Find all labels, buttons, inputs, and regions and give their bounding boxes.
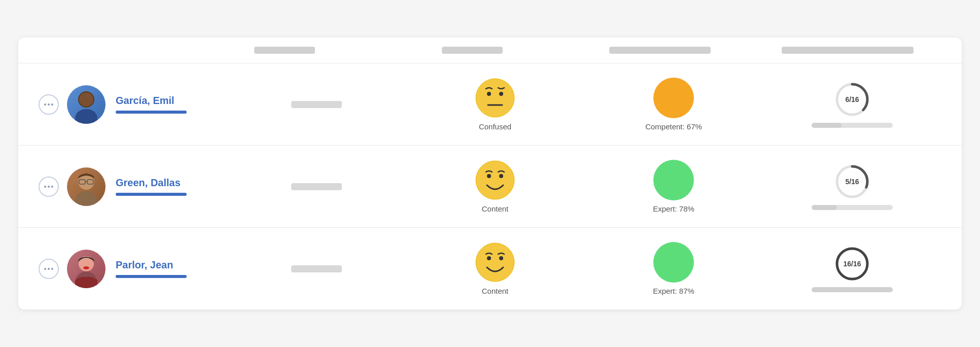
placeholder-parlor bbox=[227, 265, 406, 272]
header-bar-1 bbox=[254, 47, 315, 54]
student-info-green: Green, Dallas bbox=[116, 177, 217, 196]
competency-green: Expert: 78% bbox=[584, 160, 763, 213]
avatar-parlor bbox=[67, 250, 106, 288]
progress-ring-parlor: 16/16 bbox=[834, 246, 870, 282]
header-col-2 bbox=[378, 47, 566, 54]
competency-parlor: Expert: 87% bbox=[584, 242, 763, 295]
competency-circle-green bbox=[653, 160, 694, 200]
progress-garcia: 6/16 bbox=[763, 81, 941, 128]
menu-dots-icon bbox=[44, 103, 53, 106]
svg-point-6 bbox=[499, 92, 503, 96]
avatar-svg-green bbox=[67, 167, 106, 206]
progress-bar-fill-parlor bbox=[812, 287, 893, 292]
menu-dots-icon bbox=[44, 186, 53, 188]
svg-point-25 bbox=[476, 243, 514, 282]
progress-ring-green: 5/16 bbox=[834, 163, 870, 200]
progress-bar-bg-parlor bbox=[812, 287, 893, 292]
emotion-face-garcia bbox=[475, 78, 515, 118]
emotion-label-green: Content bbox=[482, 204, 509, 213]
progress-bar-bg-green bbox=[812, 205, 893, 210]
menu-button-parlor[interactable] bbox=[39, 259, 59, 279]
svg-point-19 bbox=[499, 174, 503, 178]
competency-garcia: Competent: 67% bbox=[584, 78, 763, 131]
svg-point-24 bbox=[83, 266, 89, 269]
placeholder-bar-green bbox=[291, 183, 342, 190]
header-bar-2 bbox=[442, 47, 503, 54]
svg-point-2 bbox=[79, 92, 93, 107]
emotion-label-garcia: Confused bbox=[479, 122, 511, 131]
student-info-garcia: García, Emil bbox=[116, 95, 217, 114]
student-name-parlor: Parlor, Jean bbox=[116, 259, 217, 271]
emotion-label-parlor: Content bbox=[482, 287, 509, 295]
progress-parlor: 16/16 bbox=[763, 246, 941, 292]
competency-label-garcia: Competent: 67% bbox=[645, 122, 702, 131]
emotion-garcia: Confused bbox=[406, 78, 584, 131]
emotion-parlor: Content bbox=[406, 242, 584, 295]
student-progress-bar-parlor bbox=[116, 275, 187, 278]
progress-ring-text-parlor: 16/16 bbox=[843, 260, 861, 268]
progress-green: 5/16 bbox=[763, 163, 941, 210]
avatar-green bbox=[67, 167, 106, 206]
svg-rect-3 bbox=[77, 112, 95, 124]
avatar-garcia bbox=[67, 85, 106, 124]
placeholder-bar-garcia bbox=[291, 101, 342, 108]
progress-ring-text-green: 5/16 bbox=[845, 178, 859, 186]
competency-label-parlor: Expert: 87% bbox=[653, 287, 694, 295]
table-row: Parlor, Jean Content Expert: 87% bbox=[18, 228, 962, 309]
student-progress-bar-garcia bbox=[116, 111, 187, 114]
progress-ring-garcia: 6/16 bbox=[834, 81, 870, 118]
header-bar-4 bbox=[782, 47, 914, 54]
menu-dots-icon bbox=[44, 268, 53, 270]
student-name-green: Green, Dallas bbox=[116, 177, 217, 189]
svg-point-18 bbox=[487, 174, 491, 178]
svg-rect-16 bbox=[77, 194, 95, 206]
progress-bar-fill-garcia bbox=[812, 123, 842, 128]
student-name-garcia: García, Emil bbox=[116, 95, 217, 107]
menu-button-garcia[interactable] bbox=[39, 94, 59, 115]
emotion-face-green bbox=[475, 160, 515, 200]
menu-button-green[interactable] bbox=[39, 177, 59, 197]
placeholder-garcia bbox=[227, 101, 406, 108]
header-col-3 bbox=[566, 47, 754, 54]
progress-bar-fill-green bbox=[812, 205, 837, 210]
table-row: Green, Dallas Content Expert: 78% bbox=[18, 146, 962, 228]
avatar-svg-parlor bbox=[67, 250, 106, 288]
table-row: García, Emil Confused Competent: 67% bbox=[18, 63, 962, 146]
header-col-4 bbox=[754, 47, 941, 54]
competency-circle-garcia bbox=[653, 78, 694, 118]
progress-ring-text-garcia: 6/16 bbox=[845, 95, 859, 103]
competency-circle-parlor bbox=[653, 242, 694, 283]
placeholder-green bbox=[227, 183, 406, 190]
avatar-svg-garcia bbox=[67, 85, 106, 124]
student-table: García, Emil Confused Competent: 67% bbox=[18, 38, 962, 309]
student-info-parlor: Parlor, Jean bbox=[116, 259, 217, 278]
svg-point-27 bbox=[499, 256, 503, 260]
header-col-1 bbox=[191, 47, 378, 54]
emotion-face-parlor bbox=[475, 242, 515, 283]
svg-point-17 bbox=[476, 161, 514, 199]
competency-label-green: Expert: 78% bbox=[653, 204, 694, 213]
header-bar-3 bbox=[609, 47, 711, 54]
student-progress-bar-green bbox=[116, 193, 187, 196]
svg-point-5 bbox=[487, 92, 491, 96]
placeholder-bar-parlor bbox=[291, 265, 342, 272]
emotion-green: Content bbox=[406, 160, 584, 213]
svg-point-4 bbox=[476, 79, 514, 117]
svg-point-26 bbox=[487, 256, 491, 260]
table-header bbox=[18, 38, 962, 63]
progress-bar-bg-garcia bbox=[812, 123, 893, 128]
